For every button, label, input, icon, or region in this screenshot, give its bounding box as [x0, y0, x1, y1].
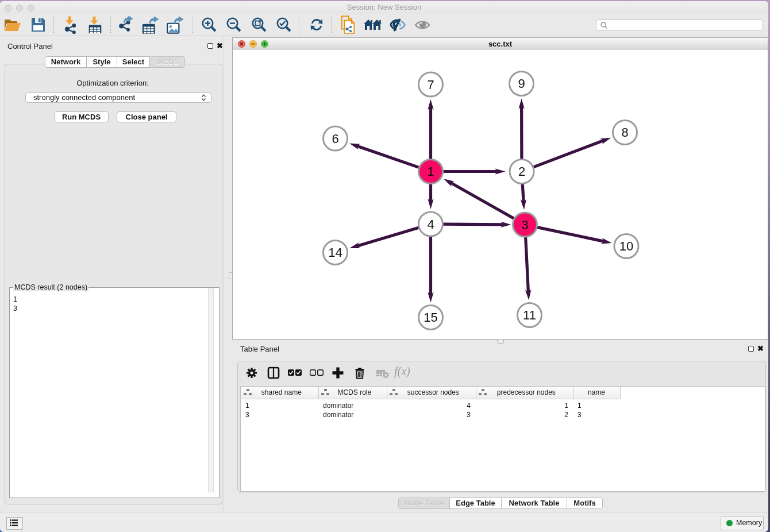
svg-text:7: 7 — [427, 78, 434, 92]
svg-text:9: 9 — [518, 76, 525, 91]
svg-text:15: 15 — [424, 310, 437, 325]
svg-text:14: 14 — [328, 245, 342, 260]
svg-text:3: 3 — [521, 218, 528, 232]
svg-text:8: 8 — [621, 125, 628, 140]
svg-text:6: 6 — [332, 132, 338, 146]
svg-text:11: 11 — [523, 308, 536, 322]
svg-text:4: 4 — [427, 217, 434, 232]
svg-text:2: 2 — [518, 164, 525, 179]
svg-text:10: 10 — [619, 239, 633, 253]
svg-text:1: 1 — [427, 164, 434, 179]
